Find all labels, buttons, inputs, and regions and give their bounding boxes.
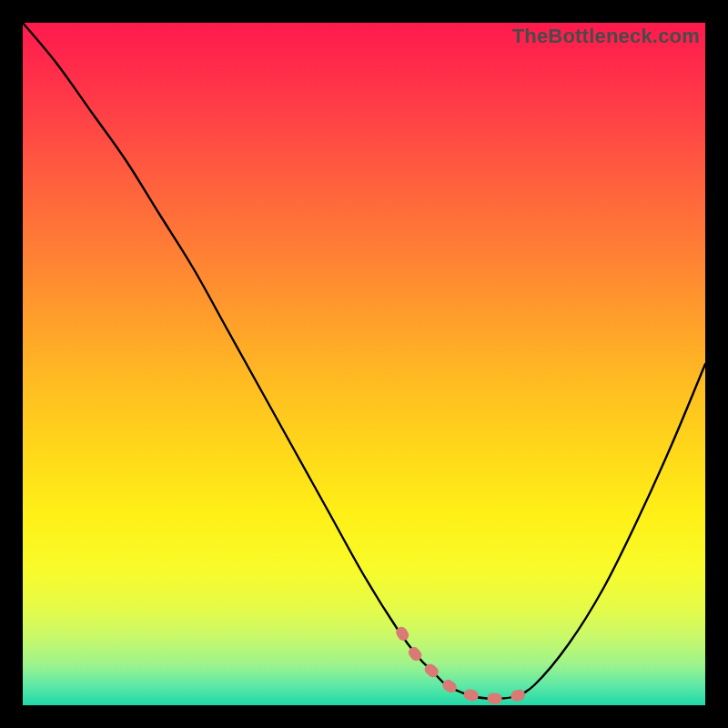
- chart-frame: TheBottleneck.com: [0, 0, 728, 728]
- bottleneck-chart: [23, 23, 705, 705]
- optimal-range-marker: [401, 632, 520, 699]
- bottleneck-curve: [23, 23, 705, 699]
- plot-area: TheBottleneck.com: [23, 23, 705, 705]
